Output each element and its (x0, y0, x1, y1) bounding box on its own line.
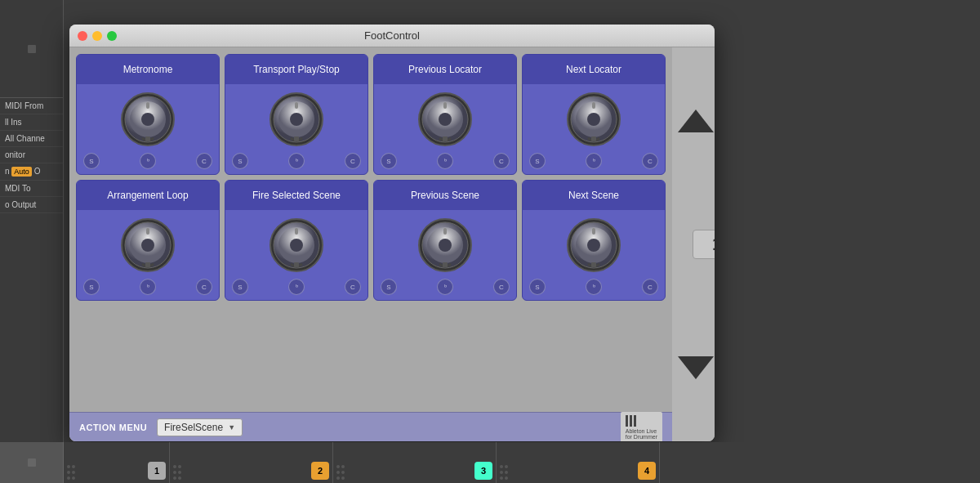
knob-b-button[interactable]: ᵇ (140, 153, 156, 169)
bottom-track-bar: 1 2 3 (0, 442, 980, 483)
svg-rect-47 (591, 262, 596, 267)
knob-row-2: Arrangement Loop (76, 180, 666, 301)
knob-label-fire-scene: Fire Selected Scene (225, 181, 368, 210)
svg-rect-17 (443, 136, 448, 141)
track-badge-1: 1 (148, 462, 166, 480)
track-num-1 (0, 442, 64, 483)
left-sidebar: MIDI From ll Ins All Channe onitor n Aut… (0, 0, 64, 483)
sidebar-midi-from: MIDI From (0, 98, 63, 114)
chevron-down-icon: ▼ (228, 423, 235, 432)
knob-controls-arrangement: S ᵇ C (77, 277, 219, 300)
up-arrow-button[interactable] (678, 110, 714, 132)
knob-area-fire-scene[interactable] (268, 210, 325, 277)
sidebar-all-channels: All Channe (0, 131, 63, 147)
knob-controls-next-locator: S ᵇ C (523, 151, 665, 174)
svg-rect-4 (146, 102, 149, 109)
knob-controls-fire-scene: S ᵇ C (225, 277, 368, 300)
auto-badge: Auto (11, 167, 32, 177)
minimize-button[interactable] (92, 31, 102, 41)
knob-label-metronome: Metronome (77, 55, 219, 84)
knob-s-button[interactable]: S (83, 279, 100, 295)
knob-b-button[interactable]: ᵇ (586, 153, 602, 169)
knob-label-next-locator: Next Locator (523, 55, 665, 84)
sidebar-output: o Output (0, 197, 63, 213)
ableton-logo: Ableton Livefor Drummer (621, 412, 662, 442)
sidebar-auto: n Auto O (0, 163, 63, 181)
knob-area-next-scene[interactable] (565, 210, 622, 277)
knob-c-button[interactable]: C (345, 153, 361, 169)
knob-b-button[interactable]: ᵇ (288, 153, 305, 169)
svg-rect-41 (443, 262, 448, 267)
knob-s-button[interactable]: S (529, 153, 546, 169)
sidebar-midi-to: MDI To (0, 181, 63, 197)
svg-rect-11 (294, 136, 299, 141)
knob-cell-prev-scene: Previous Scene (373, 180, 517, 301)
knob-c-button[interactable]: C (196, 279, 212, 295)
knob-label-next-scene: Next Scene (523, 181, 665, 210)
knob-area-prev-locator[interactable] (416, 84, 474, 151)
knob-c-button[interactable]: C (493, 153, 510, 169)
knob-area-metronome[interactable] (119, 84, 176, 151)
svg-rect-10 (295, 102, 298, 109)
knob-label-prev-locator: Previous Locator (374, 55, 516, 84)
action-dropdown-value: FireSelScene (164, 422, 223, 433)
knob-b-button[interactable]: ᵇ (437, 279, 453, 295)
knob-cell-metronome: Metronome (76, 54, 220, 175)
knob-s-button[interactable]: S (381, 153, 397, 169)
knob-cell-next-scene: Next Scene (522, 180, 666, 301)
svg-point-3 (141, 113, 154, 126)
knob-controls-prev-scene: S ᵇ C (374, 277, 516, 300)
window-title: FootControl (364, 29, 420, 42)
down-arrow-button[interactable] (678, 356, 714, 379)
knob-b-button[interactable]: ᵇ (586, 279, 602, 295)
knob-area-arrangement[interactable] (119, 210, 176, 277)
svg-point-33 (290, 239, 303, 252)
action-bar: ACTION MENU FireSelScene ▼ Ableton Livef… (69, 412, 672, 441)
knob-s-button[interactable]: S (381, 279, 397, 295)
knob-c-button[interactable]: C (642, 279, 658, 295)
maximize-button[interactable] (107, 31, 117, 41)
knob-area-prev-scene[interactable] (416, 210, 474, 277)
knob-s-button[interactable]: S (529, 279, 546, 295)
track-badge-2: 2 (311, 462, 329, 480)
svg-point-9 (290, 113, 303, 126)
knob-cell-next-locator: Next Locator (522, 54, 666, 175)
svg-rect-34 (295, 228, 298, 235)
foot-control-window: FootControl Metronome (69, 25, 715, 441)
titlebar: FootControl (69, 25, 715, 47)
action-menu-label: ACTION MENU (79, 423, 147, 432)
knob-s-button[interactable]: S (232, 279, 248, 295)
track-badge-4: 4 (638, 462, 656, 480)
knob-controls-metronome: S ᵇ C (77, 151, 219, 174)
knob-c-button[interactable]: C (196, 153, 212, 169)
knob-s-button[interactable]: S (83, 153, 100, 169)
traffic-lights (78, 31, 117, 41)
knob-b-button[interactable]: ᵇ (288, 279, 305, 295)
close-button[interactable] (78, 31, 87, 41)
knob-label-transport: Transport Play/Stop (225, 55, 368, 84)
knob-c-button[interactable]: C (493, 279, 510, 295)
down-section (678, 350, 715, 386)
svg-point-15 (439, 113, 452, 126)
knob-controls-transport: S ᵇ C (225, 151, 368, 174)
knob-c-button[interactable]: C (345, 279, 361, 295)
knob-c-button[interactable]: C (642, 153, 658, 169)
svg-rect-5 (145, 136, 150, 141)
svg-point-45 (587, 239, 600, 252)
up-section (678, 103, 715, 139)
knob-area-transport[interactable] (268, 84, 325, 151)
action-dropdown[interactable]: FireSelScene ▼ (157, 418, 243, 436)
svg-rect-40 (443, 228, 447, 235)
svg-rect-29 (145, 262, 150, 267)
svg-point-27 (141, 239, 154, 252)
knob-b-button[interactable]: ᵇ (140, 279, 156, 295)
knob-s-button[interactable]: S (232, 153, 248, 169)
knob-area-next-locator[interactable] (565, 84, 622, 151)
number-display: 1 (693, 230, 715, 259)
knob-grid: Metronome (69, 47, 672, 412)
knob-b-button[interactable]: ᵇ (437, 153, 453, 169)
window-body: Metronome (69, 47, 715, 441)
knob-cell-arrangement: Arrangement Loop (76, 180, 220, 301)
knob-controls-prev-locator: S ᵇ C (374, 151, 516, 174)
knob-label-arrangement: Arrangement Loop (77, 181, 219, 210)
